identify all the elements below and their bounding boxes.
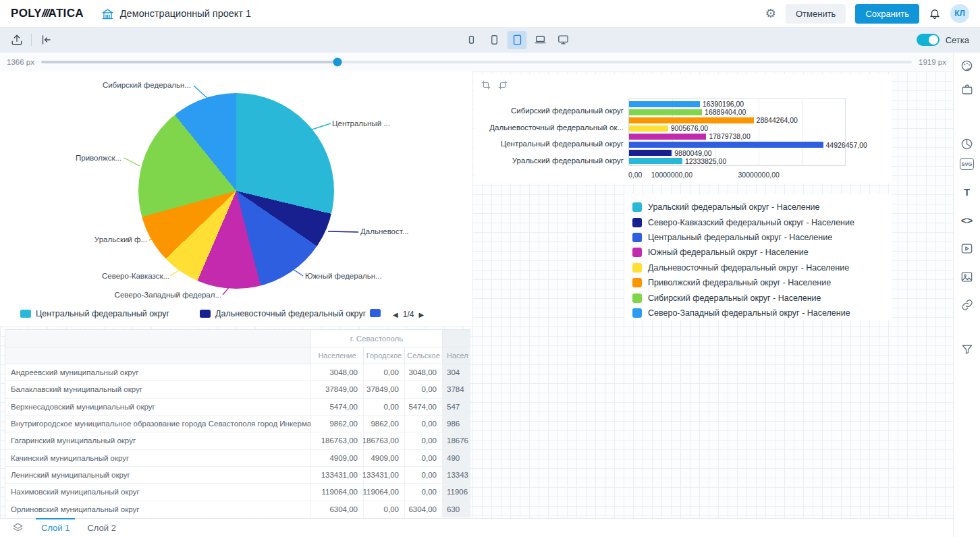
pie-chart-widget[interactable]: Сибирский федеральн... Центральный ... П… <box>0 72 472 327</box>
layer-tab-2[interactable]: Слой 2 <box>87 519 115 537</box>
table-column-header[interactable]: Сельское <box>405 347 443 364</box>
table-cell-value: 119064,00 <box>364 484 405 500</box>
table-row[interactable]: Ленинский муниципальный округ133431,0013… <box>5 467 470 484</box>
bell-icon[interactable] <box>929 7 941 20</box>
table-row[interactable]: Внутригородское муниципальное образовани… <box>5 416 470 432</box>
bar-axis-label: Уральский федеральный округ <box>474 157 628 165</box>
collapse-left-icon[interactable] <box>40 34 52 46</box>
legend-swatch <box>632 218 642 227</box>
bar[interactable] <box>629 150 672 156</box>
avatar[interactable]: КЛ <box>950 4 969 23</box>
legend-item[interactable]: Северо-Западный федеральный округ - Насе… <box>632 306 892 320</box>
table-cell-name: Нахимовский муниципальный округ <box>5 484 311 500</box>
building-icon <box>101 7 114 20</box>
table-cell-value: 0,00 <box>364 364 405 380</box>
device-phone-icon[interactable] <box>485 31 504 49</box>
legend-label: Уральский федеральный округ - Население <box>648 202 820 212</box>
pie-callout: Приволжск... <box>76 154 121 162</box>
layers-icon[interactable] <box>12 522 24 534</box>
palette-icon[interactable] <box>960 59 974 72</box>
legend-item[interactable]: Уральский федеральный округ - Население <box>632 200 892 215</box>
legend-item[interactable]: Сибирский федеральный округ - Население <box>632 290 892 305</box>
crop-mirrored-icon[interactable] <box>498 80 508 90</box>
table-row[interactable]: Орлиновский муниципальный округ6304,000,… <box>5 501 470 517</box>
table-cell-name: Гагаринский муниципальный округ <box>5 432 311 449</box>
chart-icon[interactable] <box>960 137 974 150</box>
briefcase-icon[interactable] <box>960 83 974 96</box>
video-icon[interactable] <box>960 242 974 255</box>
code-icon[interactable]: <> <box>960 213 974 227</box>
width-slider[interactable] <box>41 61 912 63</box>
bar-row: 12333825,00 <box>629 157 845 165</box>
bar-plot: 16390196,0016889404,0028844264,009005676… <box>628 98 846 166</box>
bar-value-label: 16390196,00 <box>703 100 744 108</box>
layer-tab-1[interactable]: Слой 1 <box>41 519 70 537</box>
table-row[interactable]: Нахимовский муниципальный округ119064,00… <box>5 484 470 501</box>
gear-icon[interactable]: ⚙ <box>765 7 776 20</box>
legend-panel[interactable]: Уральский федеральный округ - НаселениеС… <box>624 194 892 320</box>
table-row[interactable]: Андреевский муниципальный округ3048,000,… <box>5 364 470 381</box>
image-icon[interactable] <box>960 270 974 283</box>
table-column-header-clipped[interactable]: Насел <box>443 347 470 364</box>
table-row[interactable]: Балаклавский муниципальный округ37849,00… <box>5 381 470 398</box>
text-tool-icon[interactable]: T <box>960 185 974 198</box>
table-row[interactable]: Верхнесадовский муниципальный округ5474,… <box>5 399 470 416</box>
bar[interactable] <box>629 125 668 132</box>
bar[interactable] <box>629 158 682 164</box>
legend-item[interactable]: Южный федеральный округ - Население <box>632 245 892 260</box>
bar[interactable] <box>629 101 700 107</box>
legend-swatch <box>632 278 642 287</box>
cancel-button[interactable]: Отменить <box>786 4 846 24</box>
bar[interactable] <box>629 142 823 148</box>
page-title: Демонстрационный проект 1 <box>120 8 251 19</box>
slider-handle[interactable] <box>333 58 342 67</box>
pager-next-icon[interactable]: ▶ <box>418 311 424 318</box>
bar[interactable] <box>629 134 706 140</box>
slider-fill <box>41 61 337 63</box>
dashboard-canvas[interactable]: Сибирский федеральн... Центральный ... П… <box>0 72 953 518</box>
bar[interactable] <box>629 117 754 123</box>
pager-prev-icon[interactable]: ◀ <box>393 311 398 318</box>
table-name-header-cell <box>5 347 311 364</box>
pie-legend-item[interactable]: Дальневосточный федеральный округ <box>200 309 366 318</box>
bar[interactable] <box>629 109 702 115</box>
table-cell-value: 0,00 <box>364 399 405 415</box>
table-column-header[interactable]: Население <box>311 347 364 364</box>
export-icon[interactable] <box>11 34 23 46</box>
table-row[interactable]: Качинский муниципальный округ4909,004909… <box>5 450 470 467</box>
bar-row: 17879738,00 <box>629 132 845 140</box>
table-widget[interactable]: г. Севастополь Население Городское Сельс… <box>5 329 470 517</box>
save-button[interactable]: Сохранить <box>855 4 919 24</box>
pie-chart[interactable] <box>138 93 334 289</box>
right-toolbar: SVG T <> <box>953 53 980 537</box>
bar-chart-widget[interactable]: Сибирский федеральный округДальневосточн… <box>474 74 892 183</box>
legend-item[interactable]: Северо-Кавказский федеральный округ - На… <box>632 215 892 229</box>
table-column-header[interactable]: Городское <box>364 347 405 364</box>
bar-row: 28844264,00 <box>629 116 845 124</box>
device-laptop-icon[interactable] <box>530 31 550 49</box>
logo-text-left: POLY <box>11 7 42 20</box>
bar-x-ticks: 0,0010000000,0030000000,00 <box>628 169 846 179</box>
pie-callout: Южный федеральн... <box>305 272 382 280</box>
device-tablet-icon[interactable] <box>508 31 527 49</box>
grid-toggle-label: Сетка <box>946 35 969 45</box>
table-cell-value: 0,00 <box>405 484 443 500</box>
toolbar-right-group: Сетка <box>917 34 969 46</box>
pie-legend-item[interactable] <box>370 309 381 317</box>
filter-icon[interactable] <box>960 343 974 356</box>
bar-value-label: 12333825,00 <box>685 157 726 165</box>
table-row[interactable]: Гагаринский муниципальный округ186763,00… <box>5 432 470 449</box>
svg-icon[interactable]: SVG <box>960 158 974 170</box>
bar-value-label: 9005676,00 <box>671 124 708 132</box>
legend-item[interactable]: Приволжский федеральный округ - Населени… <box>632 275 892 290</box>
bar-row: 9005676,00 <box>629 124 845 132</box>
device-phone-small-icon[interactable] <box>462 31 481 49</box>
legend-item[interactable]: Центральный федеральный округ - Населени… <box>632 230 892 245</box>
legend-label: Приволжский федеральный округ - Населени… <box>648 278 831 287</box>
legend-item[interactable]: Дальневосточный федеральный округ - Насе… <box>632 260 892 275</box>
grid-toggle[interactable] <box>917 34 940 46</box>
crop-icon[interactable] <box>481 80 491 90</box>
pie-legend-item[interactable]: Центральный федеральный округ <box>20 309 169 318</box>
link-icon[interactable] <box>960 298 974 312</box>
device-monitor-icon[interactable] <box>553 31 573 49</box>
